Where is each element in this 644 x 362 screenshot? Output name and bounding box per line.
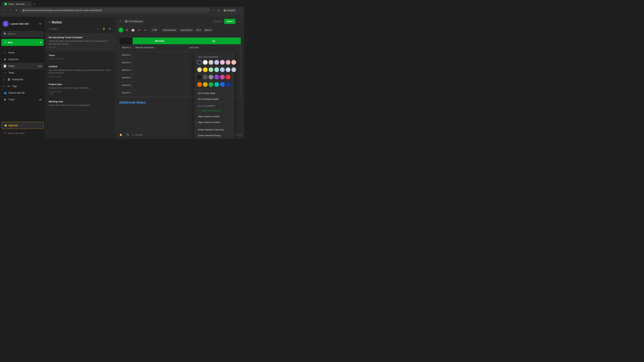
filter-button[interactable]: ⚡ [102, 26, 106, 31]
set-window-width-item[interactable]: Set To Window Width [195, 96, 234, 102]
tab-title: Notes - Evernote [8, 3, 25, 5]
add-content-button[interactable]: + [118, 27, 124, 32]
help-button[interactable]: ❓ Need a little help? [1, 130, 44, 136]
font-select[interactable]: Sans Serif ▾ [179, 28, 194, 32]
sidebar-item-trash[interactable]: 🗑 Trash (9) [1, 96, 44, 103]
align-bottom-label: Align content to bottom [198, 121, 220, 123]
add-tag-button[interactable]: 🏷 Add tag [132, 134, 142, 136]
note-item-3[interactable]: Project plan Summary To be able to etc. … [45, 80, 116, 97]
color-lavender[interactable] [214, 60, 219, 65]
sidebar-item-label: Shared with Me [8, 91, 25, 94]
color-grid-row1 [195, 59, 234, 67]
undo-button[interactable]: ↩ [136, 27, 142, 32]
split-view-button[interactable]: ⊡ [217, 8, 221, 13]
more-format-button[interactable]: More ▾ [203, 28, 213, 32]
active-tab[interactable]: 🐘 Notes - Evernote × [2, 1, 32, 7]
text-style-arrow: ▾ [175, 29, 176, 31]
home-icon: ⌂ [3, 51, 7, 54]
sidebar-item-notebooks[interactable]: ▶ 📓 Notebooks [1, 76, 44, 83]
ai-button[interactable]: ✦ AI [151, 27, 158, 32]
color-red[interactable] [226, 75, 230, 79]
delete-table-item[interactable]: Delete Table [195, 138, 234, 139]
table-cell-morning [133, 59, 187, 67]
reminder-button[interactable]: 🔔 [118, 132, 123, 137]
nav-actions: ☆ ⊡ 🕵 Incognito ⋮ [211, 8, 242, 13]
color-black[interactable] [197, 75, 202, 79]
share-button[interactable]: Share [224, 19, 236, 24]
table-cell-label: EKDAY:3 [119, 59, 133, 67]
color-gold[interactable] [203, 82, 208, 87]
set-window-width-label: Set To Window Width [198, 98, 218, 100]
calendar-button[interactable]: 📅 [130, 27, 136, 32]
search-box[interactable]: 🔍 Search [1, 31, 44, 37]
note-item-2[interactable]: Untitled About this template Use this te… [45, 62, 116, 80]
sidebar-item-tags[interactable]: ▶ 🏷 Tags [1, 83, 44, 89]
color-green[interactable] [209, 82, 213, 87]
sort-button[interactable]: ↕ [96, 26, 100, 31]
table-cell-label: EKDAY:4 [119, 67, 133, 74]
color-light-green[interactable] [209, 67, 213, 72]
color-light-cyan[interactable] [214, 67, 219, 72]
delete-columns-item[interactable]: Delete Selected Column(s) [195, 127, 234, 133]
browser-menu-button[interactable]: ⋮ [238, 8, 242, 13]
color-dark-gray[interactable] [203, 75, 208, 79]
color-blue[interactable] [220, 82, 225, 87]
redo-button[interactable]: ↪ [142, 27, 148, 32]
sidebar-item-home[interactable]: ⌂ Home [1, 49, 44, 56]
bookmark-button[interactable]: ☆ [211, 8, 216, 13]
expand-icon[interactable]: ⤢ [119, 20, 121, 23]
new-tab-button[interactable]: + [32, 2, 37, 7]
reload-button[interactable]: ↻ [14, 8, 19, 13]
upgrade-button[interactable]: ⭐ Upgrade [1, 122, 44, 129]
settings-button[interactable]: ⚙ [38, 21, 42, 26]
note-item-0[interactable]: My Upcoming Travel Schedule Include the … [45, 33, 116, 51]
note-time: Just now [49, 46, 112, 48]
note-item-1[interactable]: Trave a few minutes ago [45, 51, 116, 62]
sync-button[interactable]: ↻ [124, 27, 130, 32]
color-silver[interactable] [232, 67, 236, 72]
color-light-blue2[interactable] [226, 67, 230, 72]
forward-button[interactable]: → [8, 8, 13, 13]
back-button[interactable]: ← [2, 8, 7, 13]
color-pink-light[interactable] [220, 60, 225, 65]
url-text: evernote.com/client/web?login=true#/note… [26, 9, 102, 11]
color-white[interactable] [203, 60, 208, 65]
delete-rows-label: Delete Selected Row(s) [198, 134, 221, 137]
incognito-button[interactable]: 🕵 Incognito [222, 8, 237, 12]
view-button[interactable]: ⊞ [108, 26, 112, 31]
note-item-4[interactable]: Meeting note Date & Time 8 AM- 9 AM Goal… [45, 97, 116, 111]
color-rose[interactable] [226, 60, 230, 65]
color-violet[interactable] [220, 75, 225, 79]
color-gray[interactable] [209, 75, 213, 79]
tab-close-button[interactable]: × [28, 3, 29, 5]
set-note-width-item[interactable]: Set To Note Width [195, 90, 234, 96]
color-dark-blue[interactable] [226, 82, 230, 87]
sidebar-item-notes[interactable]: 📝 Notes (10) [1, 63, 44, 69]
more-options-button[interactable]: ⋯ [238, 19, 241, 23]
align-center-item[interactable]: Align content to center [195, 113, 234, 119]
sidebar-item-shared[interactable]: 👥 Shared with Me [1, 89, 44, 96]
sidebar-item-tasks[interactable]: ✓ Tasks [1, 69, 44, 76]
color-yellow[interactable] [203, 67, 208, 72]
align-bottom-item[interactable]: Align content to bottom [195, 119, 234, 125]
align-top-item[interactable]: Align content to top [195, 108, 234, 113]
note-preview: Summary To be able to etc. Major Milesto… [49, 87, 112, 89]
color-orange[interactable] [197, 82, 202, 87]
text-style-select[interactable]: Normal text ▾ [162, 28, 178, 32]
color-transparent[interactable] [197, 60, 202, 65]
font-size-select[interactable]: 16 ▾ [195, 28, 202, 32]
color-purple[interactable] [214, 75, 219, 79]
notebook-badge[interactable]: 📓 First Notebook [123, 19, 144, 23]
color-light-blue[interactable] [220, 67, 225, 72]
color-peach[interactable] [232, 60, 236, 65]
url-bar[interactable]: 🔒 evernote.com/client/web?login=true#/no… [20, 8, 210, 13]
color-teal[interactable] [214, 82, 219, 87]
tab-bar: 🐘 Notes - Evernote × + [0, 0, 244, 7]
color-tan[interactable] [197, 67, 202, 72]
color-light-gray[interactable] [209, 60, 213, 65]
sidebar-item-shortcuts[interactable]: ⚡ Shortcuts [1, 56, 44, 63]
attachment-button[interactable]: 📎 [125, 132, 130, 137]
delete-rows-item[interactable]: Delete Selected Row(s) [195, 133, 234, 138]
table-row-0: EKDAY:1 Hike the mountains ack to the [119, 44, 241, 52]
new-button[interactable]: ＋ New ▾ [1, 39, 44, 46]
